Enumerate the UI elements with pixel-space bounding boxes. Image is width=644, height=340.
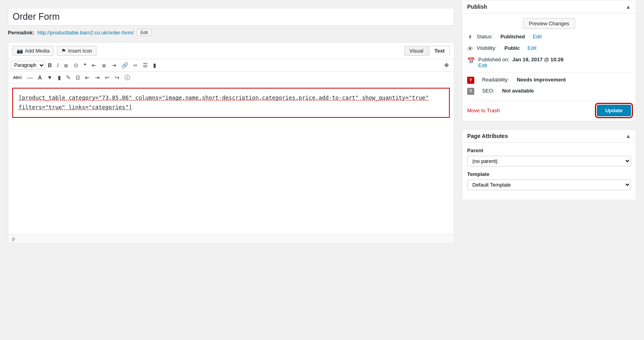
- readability-row: Y Readability: Needs improvement: [467, 77, 631, 84]
- visibility-value: Public: [504, 45, 520, 51]
- seo-label: SEO:: [482, 88, 494, 94]
- add-media-button[interactable]: 📷 Add Media: [12, 46, 54, 56]
- insert-icon-label: Insert Icon: [68, 48, 92, 54]
- toolbar-row-1: Paragraph B I ≣ ⊙ ❝ ⇤ ≣ ⇥ 🔗 ✂ ☰ ▮ ✥: [8, 59, 454, 72]
- status-icon: 🖈: [467, 34, 474, 41]
- page-attributes-panel-header: Page Attributes ▲: [462, 130, 636, 143]
- table-button[interactable]: ▮: [151, 61, 159, 70]
- undo-button[interactable]: ↩: [102, 73, 112, 82]
- readability-value: Needs improvement: [517, 77, 566, 83]
- calendar-icon: 📅: [467, 57, 475, 64]
- help-button[interactable]: ⓘ: [122, 73, 133, 82]
- fullscreen-button[interactable]: ✥: [442, 61, 451, 70]
- page-attributes-panel-body: Parent (no parent) Template Default Temp…: [462, 143, 636, 200]
- update-button[interactable]: Update: [597, 105, 631, 116]
- status-value: Published: [500, 34, 525, 40]
- italic-button[interactable]: I: [55, 61, 61, 70]
- bold-button[interactable]: B: [45, 61, 54, 70]
- post-title-input[interactable]: [8, 8, 454, 26]
- move-to-trash-link[interactable]: Move to Trash: [467, 108, 500, 113]
- seo-row: Y SEO: Not available: [467, 88, 631, 95]
- parent-select[interactable]: (no parent): [467, 156, 631, 166]
- align-center-button[interactable]: ≣: [99, 61, 109, 70]
- text-color-button[interactable]: A: [36, 73, 44, 82]
- published-value: Jan 19, 2017 @ 10:26: [512, 57, 564, 62]
- status-edit-link[interactable]: Edit: [533, 34, 542, 40]
- published-row: 📅 Published on: Jan 19, 2017 @ 10:26 Edi…: [467, 57, 631, 68]
- divider-1: [467, 72, 631, 73]
- readability-label: Readability:: [482, 77, 509, 83]
- ordered-list-button[interactable]: ⊙: [71, 61, 81, 70]
- published-edit-link[interactable]: Edit: [478, 62, 487, 68]
- yoast-readability-icon: Y: [467, 77, 474, 84]
- publish-panel-header: Publish ▲: [462, 0, 636, 13]
- visibility-label: Visibility:: [477, 45, 496, 51]
- align-left-button[interactable]: ⇤: [89, 61, 99, 70]
- paste-plain-button[interactable]: ▮: [55, 73, 63, 82]
- editor-content[interactable]: [product_table category="73,85,86" colum…: [8, 84, 454, 234]
- page-attributes-panel: Page Attributes ▲ Parent (no parent) Tem…: [462, 129, 636, 200]
- visibility-row: 👁 Visibility: Public Edit: [467, 45, 631, 53]
- indent-button[interactable]: ⇥: [93, 73, 102, 82]
- text-color-dropdown[interactable]: ▼: [45, 73, 55, 82]
- strikethrough-button[interactable]: ABC: [11, 74, 25, 81]
- publish-panel-title: Publish: [467, 4, 487, 10]
- shortcode-content: [product_table category="73,85,86" colum…: [12, 88, 450, 118]
- permalink-edit-button[interactable]: Edit: [137, 29, 152, 36]
- publish-panel: Publish ▲ Preview Changes 🖈 Status: Publ…: [462, 0, 636, 121]
- template-label: Template: [467, 171, 631, 177]
- add-media-icon: 📷: [17, 48, 23, 54]
- permalink-row: Permalink: http://producttable.barn2.co.…: [8, 29, 454, 36]
- status-label: Status:: [477, 34, 492, 40]
- parent-label: Parent: [467, 147, 631, 153]
- clear-format-button[interactable]: ✎: [64, 73, 73, 82]
- status-bar-tag: p: [12, 236, 15, 242]
- tab-text[interactable]: Text: [429, 46, 450, 56]
- visibility-edit-link[interactable]: Edit: [528, 45, 536, 51]
- published-info: Published on: Jan 19, 2017 @ 10:26 Edit: [478, 57, 564, 68]
- sidebar: Publish ▲ Preview Changes 🖈 Status: Publ…: [462, 0, 644, 340]
- blockquote-button[interactable]: ❝: [81, 61, 89, 70]
- align-right-button[interactable]: ⇥: [109, 61, 119, 70]
- redo-button[interactable]: ↪: [112, 73, 122, 82]
- tab-visual[interactable]: Visual: [404, 46, 428, 56]
- visual-text-tabs: Visual Text: [404, 46, 450, 56]
- publish-chevron-icon[interactable]: ▲: [625, 4, 631, 10]
- permalink-label: Permalink:: [8, 30, 34, 36]
- yoast-seo-icon: Y: [467, 88, 474, 95]
- insert-icon-icon: ⚑: [61, 48, 66, 54]
- link-button[interactable]: 🔗: [119, 61, 131, 70]
- page-attributes-chevron-icon[interactable]: ▲: [625, 133, 631, 139]
- editor-box: 📷 Add Media ⚑ Insert Icon Visual Text Pa…: [8, 42, 454, 244]
- format-select[interactable]: Paragraph: [11, 61, 45, 70]
- publish-panel-body: Preview Changes 🖈 Status: Published Edit…: [462, 13, 636, 121]
- horizontal-rule-button[interactable]: —: [25, 73, 35, 82]
- shortcode-text: [product_table category="73,85,86" colum…: [19, 94, 429, 110]
- special-char-button[interactable]: Ω: [74, 73, 82, 82]
- insert-icon-button[interactable]: ⚑ Insert Icon: [57, 46, 97, 56]
- status-row: 🖈 Status: Published Edit: [467, 34, 631, 41]
- outdent-button[interactable]: ⇤: [83, 73, 92, 82]
- page-attributes-title: Page Attributes: [467, 133, 508, 139]
- published-label: Published on:: [478, 57, 510, 62]
- add-media-label: Add Media: [25, 48, 49, 54]
- permalink-link[interactable]: http://producttable.barn2.co.uk/order-fo…: [37, 30, 134, 36]
- editor-status-bar: p: [8, 234, 454, 243]
- seo-value: Not available: [502, 88, 534, 94]
- media-toolbar: 📷 Add Media ⚑ Insert Icon Visual Text: [8, 43, 454, 59]
- toolbar-row-2: ABC — A ▼ ▮ ✎ Ω ⇤ ⇥ ↩ ↪ ⓘ: [8, 72, 454, 84]
- unlink-button[interactable]: ✂: [131, 61, 140, 70]
- publish-actions: Move to Trash Update: [467, 100, 631, 116]
- visibility-icon: 👁: [467, 45, 474, 53]
- custom-toolbar-button[interactable]: ☰: [140, 61, 150, 70]
- template-select[interactable]: Default TemplateFull WidthNo Sidebar: [467, 179, 631, 190]
- preview-changes-button[interactable]: Preview Changes: [523, 18, 575, 29]
- unordered-list-button[interactable]: ≣: [61, 61, 71, 70]
